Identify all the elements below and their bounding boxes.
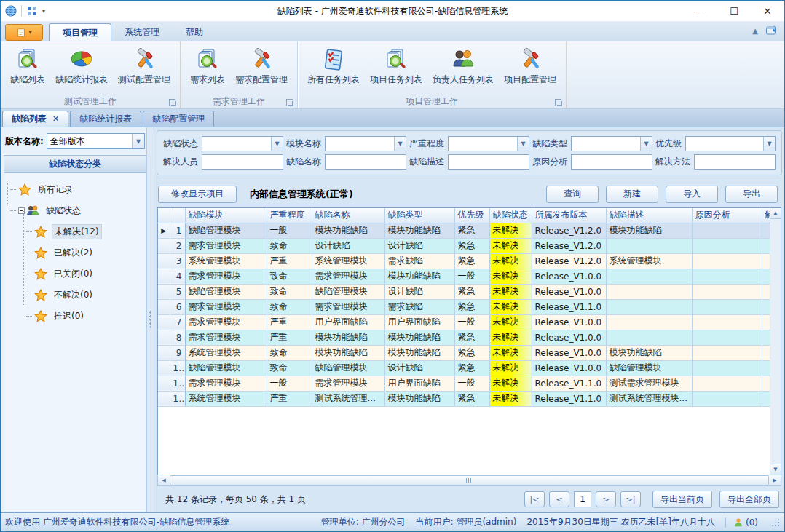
ribbon-button[interactable]: 项目配置管理 (499, 44, 561, 88)
cell-缺陷类型[interactable]: 用户界面缺陷 (384, 376, 454, 391)
cell-缺陷描述[interactable]: 系统管理模块 (606, 253, 692, 269)
cell-原因分析[interactable] (692, 391, 762, 406)
cell-优先级[interactable]: 紧急 (454, 391, 489, 406)
cell-缺陷名称[interactable]: 系统管理模块 (312, 253, 384, 269)
cell-原因分析[interactable] (692, 284, 762, 299)
cell-缺陷状态[interactable]: 未解决 (489, 299, 532, 314)
scroll-up-icon[interactable]: ▲ (770, 208, 781, 219)
export-current-page-button[interactable]: 导出当前页 (652, 491, 712, 508)
tree-item-5[interactable]: 不解决(0) (10, 285, 144, 306)
cell-缺陷类型[interactable]: 设计缺陷 (384, 284, 454, 299)
cell-缺陷描述[interactable]: 模块功能缺陷 (606, 345, 692, 360)
modify-columns-button[interactable]: 修改显示项目 (158, 186, 237, 203)
action-button-新建[interactable]: 新建 (606, 186, 658, 203)
table-row[interactable]: 2需求管理模块致命设计缺陷设计缺陷紧急未解决Release_V1.2.0 (158, 238, 781, 253)
cell-优先级[interactable]: 紧急 (454, 330, 489, 345)
column-header-缺陷模块[interactable]: 缺陷模块 (185, 208, 267, 223)
cell-所属发布版本[interactable]: Release_V1.0.0 (532, 360, 606, 376)
filter-input-解决方法[interactable] (694, 154, 776, 170)
cell-缺陷描述[interactable] (606, 314, 692, 330)
cell-缺陷模块[interactable]: 需求管理模块 (185, 238, 267, 253)
ribbon-button[interactable]: 测试配置管理 (113, 44, 175, 88)
column-header-严重程度[interactable]: 严重程度 (267, 208, 312, 223)
cell-缺陷描述[interactable] (606, 330, 692, 345)
combo-dropdown-icon[interactable]: ▼ (271, 137, 283, 151)
combo-dropdown-icon[interactable]: ▼ (132, 134, 144, 148)
cell-缺陷描述[interactable]: 模块功能缺陷 (606, 223, 692, 238)
cell-缺陷类型[interactable]: 需求缺陷 (384, 253, 454, 269)
action-button-查询[interactable]: 查询 (546, 186, 599, 203)
dialog-launcher-icon[interactable] (286, 99, 293, 106)
cell-缺陷状态[interactable]: 未解决 (489, 223, 532, 238)
cell-缺陷描述[interactable]: 测试需求管理模块 (606, 376, 692, 391)
cell-优先级[interactable]: 紧急 (454, 253, 489, 269)
cell-缺陷类型[interactable]: 需求缺陷 (384, 299, 454, 314)
table-row[interactable]: 10缺陷管理模块致命缺陷管理模块设计缺陷紧急未解决Release_V1.0.0缺… (158, 360, 781, 376)
cell-缺陷名称[interactable]: 模块功能缺陷 (312, 330, 384, 345)
dialog-launcher-icon[interactable] (555, 99, 561, 106)
cell-缺陷描述[interactable] (606, 284, 692, 299)
pager-first-button[interactable]: |< (524, 491, 545, 507)
filter-combo-缺陷类型[interactable]: ▼ (571, 136, 652, 151)
cell-优先级[interactable]: 一般 (454, 314, 489, 330)
table-row[interactable]: 4需求管理模块致命需求管理模块模块功能缺陷一般未解决Release_V1.0.0 (158, 269, 781, 284)
table-row[interactable]: 6需求管理模块致命需求管理模块需求缺陷紧急未解决Release_V1.1.0 (158, 299, 781, 314)
combo-dropdown-icon[interactable]: ▼ (763, 137, 775, 151)
cell-优先级[interactable]: 紧急 (454, 345, 489, 360)
cell-严重程度[interactable]: 致命 (267, 345, 312, 360)
cell-缺陷描述[interactable] (606, 299, 692, 314)
quick-access-icon[interactable] (26, 5, 38, 17)
cell-缺陷状态[interactable]: 未解决 (489, 238, 532, 253)
action-button-导出[interactable]: 导出 (725, 186, 778, 203)
cell-所属发布版本[interactable]: Release_V1.0.0 (532, 330, 606, 345)
cell-严重程度[interactable]: 致命 (267, 284, 312, 299)
filter-input-缺陷描述[interactable] (448, 154, 529, 170)
scroll-right-icon[interactable]: ▶ (769, 475, 781, 485)
scroll-down-icon[interactable]: ▼ (770, 464, 781, 475)
page-input[interactable] (574, 491, 591, 507)
cell-所属发布版本[interactable]: Release_V1.2.0 (532, 223, 606, 238)
cell-所属发布版本[interactable]: Release_V1.0.0 (532, 345, 606, 360)
resize-grip[interactable] (771, 518, 780, 527)
cell-缺陷类型[interactable]: 模块功能缺陷 (384, 223, 454, 238)
filter-input-解决人员[interactable] (202, 154, 283, 170)
menu-tab-1[interactable]: 系统管理 (111, 23, 173, 41)
defect-table[interactable]: 缺陷模块严重程度缺陷名称缺陷类型优先级缺陷状态所属发布版本缺陷描述原因分析解决方… (158, 208, 781, 407)
cell-缺陷模块[interactable]: 需求管理模块 (185, 269, 267, 284)
tree-item-4[interactable]: 已关闭(0) (10, 263, 144, 285)
action-button-导入[interactable]: 导入 (666, 186, 718, 203)
pager-last-button[interactable]: >| (620, 491, 641, 507)
filter-combo-优先级[interactable]: ▼ (685, 136, 776, 151)
cell-所属发布版本[interactable]: Release_V1.2.0 (532, 238, 606, 253)
tree-item-3[interactable]: 已解决(2) (10, 242, 144, 263)
tree-item-6[interactable]: 推迟(0) (10, 306, 144, 327)
cell-缺陷模块[interactable]: 系统管理模块 (185, 391, 267, 406)
cell-缺陷状态[interactable]: 未解决 (489, 314, 532, 330)
cell-优先级[interactable]: 紧急 (454, 299, 489, 314)
maximize-button[interactable]: ☐ (717, 1, 751, 21)
cell-优先级[interactable]: 紧急 (454, 360, 489, 376)
table-row[interactable]: 5缺陷管理模块致命缺陷管理模块设计缺陷紧急未解决Release_V1.0.0 (158, 284, 781, 299)
cell-所属发布版本[interactable]: Release_V1.1.0 (532, 299, 606, 314)
cell-优先级[interactable]: 一般 (454, 269, 489, 284)
cell-缺陷模块[interactable]: 需求管理模块 (185, 330, 267, 345)
cell-原因分析[interactable] (692, 299, 762, 314)
cell-所属发布版本[interactable]: Release_V1.1.0 (532, 376, 606, 391)
filter-combo-缺陷状态[interactable]: ▼ (202, 136, 283, 151)
cell-缺陷类型[interactable]: 用户界面缺陷 (384, 314, 454, 330)
scroll-left-icon[interactable]: ◀ (158, 475, 170, 485)
horizontal-scrollbar[interactable]: ◀ ▶ (157, 475, 781, 486)
cell-缺陷类型[interactable]: 模块功能缺陷 (384, 330, 454, 345)
doc-tab-2[interactable]: 缺陷配置管理 (143, 111, 214, 127)
cell-缺陷状态[interactable]: 未解决 (489, 330, 532, 345)
ribbon-button[interactable]: 项目任务列表 (365, 44, 427, 88)
cell-缺陷状态[interactable]: 未解决 (489, 253, 532, 269)
column-header-缺陷描述[interactable]: 缺陷描述 (606, 208, 692, 223)
cell-原因分析[interactable] (692, 330, 762, 345)
doc-tab-0[interactable]: 缺陷列表✕ (2, 111, 68, 127)
cell-原因分析[interactable] (692, 376, 762, 391)
filter-input-缺陷名称[interactable] (325, 154, 406, 170)
tree-item-0[interactable]: 所有记录 (10, 179, 144, 200)
cell-缺陷模块[interactable]: 缺陷管理模块 (185, 223, 267, 238)
cell-缺陷名称[interactable]: 需求管理模块 (312, 299, 384, 314)
